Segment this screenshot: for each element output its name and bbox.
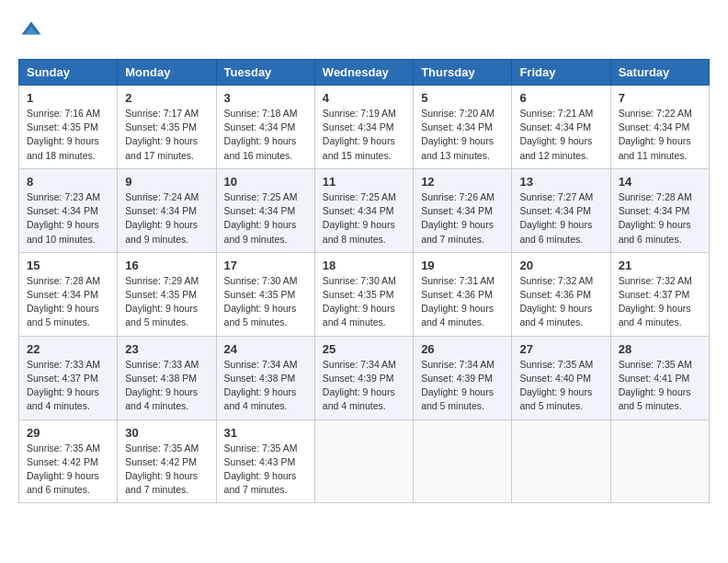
sunrise-label: Sunrise: 7:28 AM (27, 275, 100, 286)
day-number: 4 (323, 91, 405, 105)
day-number: 2 (125, 91, 208, 105)
daylight-label: Daylight: 9 hours and 15 minutes. (323, 135, 395, 160)
day-number: 16 (125, 259, 208, 272)
calendar-cell: 15 Sunrise: 7:28 AM Sunset: 4:34 PM Dayl… (19, 252, 118, 336)
calendar-cell: 12 Sunrise: 7:26 AM Sunset: 4:34 PM Dayl… (414, 168, 512, 252)
day-info: Sunrise: 7:30 AM Sunset: 4:35 PM Dayligh… (323, 274, 405, 330)
calendar-cell: 27 Sunrise: 7:35 AM Sunset: 4:40 PM Dayl… (512, 336, 610, 419)
daylight-label: Daylight: 9 hours and 6 minutes. (27, 470, 99, 495)
daylight-label: Daylight: 9 hours and 4 minutes. (323, 303, 395, 327)
sunset-label: Sunset: 4:35 PM (125, 289, 197, 300)
day-info: Sunrise: 7:35 AM Sunset: 4:43 PM Dayligh… (224, 442, 307, 498)
calendar-week-5: 29 Sunrise: 7:35 AM Sunset: 4:42 PM Dayl… (19, 419, 710, 503)
sunrise-label: Sunrise: 7:25 AM (224, 191, 298, 202)
day-header-sunday: Sunday (19, 60, 118, 86)
calendar-cell: 5 Sunrise: 7:20 AM Sunset: 4:34 PM Dayli… (414, 86, 512, 169)
sunset-label: Sunset: 4:42 PM (125, 456, 197, 467)
day-info: Sunrise: 7:20 AM Sunset: 4:34 PM Dayligh… (421, 107, 504, 163)
daylight-label: Daylight: 9 hours and 13 minutes. (421, 135, 494, 160)
sunset-label: Sunset: 4:34 PM (224, 205, 296, 216)
sunset-label: Sunset: 4:40 PM (519, 373, 591, 384)
sunset-label: Sunset: 4:34 PM (619, 121, 690, 132)
calendar-cell: 20 Sunrise: 7:32 AM Sunset: 4:36 PM Dayl… (512, 252, 610, 336)
logo (18, 18, 48, 44)
day-info: Sunrise: 7:16 AM Sunset: 4:35 PM Dayligh… (27, 107, 109, 163)
day-info: Sunrise: 7:19 AM Sunset: 4:34 PM Dayligh… (323, 107, 405, 163)
daylight-label: Daylight: 9 hours and 4 minutes. (421, 303, 494, 327)
sunrise-label: Sunrise: 7:33 AM (27, 359, 100, 370)
day-number: 5 (421, 91, 504, 105)
sunset-label: Sunset: 4:38 PM (224, 373, 296, 384)
sunrise-label: Sunrise: 7:20 AM (421, 108, 495, 119)
daylight-label: Daylight: 9 hours and 17 minutes. (125, 135, 198, 160)
calendar-cell: 11 Sunrise: 7:25 AM Sunset: 4:34 PM Dayl… (314, 168, 413, 252)
calendar-cell: 30 Sunrise: 7:35 AM Sunset: 4:42 PM Dayl… (118, 419, 216, 503)
sunrise-label: Sunrise: 7:27 AM (519, 191, 593, 202)
sunset-label: Sunset: 4:35 PM (323, 289, 394, 300)
day-number: 27 (519, 342, 602, 356)
day-info: Sunrise: 7:28 AM Sunset: 4:34 PM Dayligh… (27, 274, 109, 330)
day-info: Sunrise: 7:21 AM Sunset: 4:34 PM Dayligh… (519, 107, 602, 163)
day-headers-row: SundayMondayTuesdayWednesdayThursdayFrid… (19, 60, 710, 86)
sunset-label: Sunset: 4:41 PM (619, 373, 690, 384)
day-header-tuesday: Tuesday (216, 60, 314, 86)
sunrise-label: Sunrise: 7:23 AM (27, 191, 100, 202)
day-info: Sunrise: 7:28 AM Sunset: 4:34 PM Dayligh… (619, 190, 701, 247)
calendar-cell: 14 Sunrise: 7:28 AM Sunset: 4:34 PM Dayl… (610, 168, 709, 252)
day-info: Sunrise: 7:34 AM Sunset: 4:38 PM Dayligh… (224, 358, 307, 414)
calendar-cell: 16 Sunrise: 7:29 AM Sunset: 4:35 PM Dayl… (118, 252, 216, 336)
day-number: 25 (323, 342, 405, 356)
sunrise-label: Sunrise: 7:26 AM (421, 191, 495, 202)
sunset-label: Sunset: 4:34 PM (519, 121, 591, 132)
sunset-label: Sunset: 4:34 PM (619, 205, 690, 216)
calendar-body: 1 Sunrise: 7:16 AM Sunset: 4:35 PM Dayli… (19, 86, 710, 503)
sunrise-label: Sunrise: 7:31 AM (421, 275, 495, 286)
day-header-friday: Friday (512, 60, 610, 86)
day-info: Sunrise: 7:35 AM Sunset: 4:41 PM Dayligh… (619, 358, 701, 414)
day-number: 20 (519, 259, 602, 272)
daylight-label: Daylight: 9 hours and 5 minutes. (519, 386, 592, 411)
day-number: 17 (224, 259, 307, 272)
day-number: 1 (27, 91, 109, 105)
daylight-label: Daylight: 9 hours and 12 minutes. (519, 135, 592, 160)
day-number: 7 (619, 91, 701, 105)
day-info: Sunrise: 7:24 AM Sunset: 4:34 PM Dayligh… (125, 190, 208, 247)
day-number: 26 (421, 342, 504, 356)
logo-icon (18, 18, 44, 44)
daylight-label: Daylight: 9 hours and 5 minutes. (125, 303, 198, 327)
day-header-thursday: Thursday (414, 60, 512, 86)
sunset-label: Sunset: 4:35 PM (224, 289, 296, 300)
day-number: 22 (27, 342, 109, 356)
sunrise-label: Sunrise: 7:33 AM (125, 359, 199, 370)
sunset-label: Sunset: 4:34 PM (323, 205, 394, 216)
sunset-label: Sunset: 4:42 PM (27, 456, 98, 467)
day-header-monday: Monday (118, 60, 216, 86)
day-info: Sunrise: 7:18 AM Sunset: 4:34 PM Dayligh… (224, 107, 307, 163)
calendar-cell: 24 Sunrise: 7:34 AM Sunset: 4:38 PM Dayl… (216, 336, 314, 419)
calendar-cell: 21 Sunrise: 7:32 AM Sunset: 4:37 PM Dayl… (610, 252, 709, 336)
sunset-label: Sunset: 4:38 PM (125, 373, 197, 384)
daylight-label: Daylight: 9 hours and 16 minutes. (224, 135, 297, 160)
daylight-label: Daylight: 9 hours and 4 minutes. (224, 386, 297, 411)
calendar-cell: 6 Sunrise: 7:21 AM Sunset: 4:34 PM Dayli… (512, 86, 610, 169)
calendar-cell: 10 Sunrise: 7:25 AM Sunset: 4:34 PM Dayl… (216, 168, 314, 252)
day-number: 3 (224, 91, 307, 105)
sunset-label: Sunset: 4:34 PM (125, 205, 197, 216)
day-number: 8 (27, 175, 109, 189)
daylight-label: Daylight: 9 hours and 7 minutes. (421, 219, 494, 244)
day-number: 15 (27, 259, 109, 272)
calendar-cell: 23 Sunrise: 7:33 AM Sunset: 4:38 PM Dayl… (118, 336, 216, 419)
day-info: Sunrise: 7:30 AM Sunset: 4:35 PM Dayligh… (224, 274, 307, 330)
daylight-label: Daylight: 9 hours and 5 minutes. (224, 303, 297, 327)
calendar-cell: 13 Sunrise: 7:27 AM Sunset: 4:34 PM Dayl… (512, 168, 610, 252)
daylight-label: Daylight: 9 hours and 5 minutes. (421, 386, 494, 411)
sunset-label: Sunset: 4:35 PM (125, 121, 197, 132)
calendar-week-1: 1 Sunrise: 7:16 AM Sunset: 4:35 PM Dayli… (19, 86, 710, 169)
sunrise-label: Sunrise: 7:28 AM (619, 191, 692, 202)
sunset-label: Sunset: 4:39 PM (421, 373, 493, 384)
day-info: Sunrise: 7:34 AM Sunset: 4:39 PM Dayligh… (323, 358, 405, 414)
daylight-label: Daylight: 9 hours and 4 minutes. (519, 303, 592, 327)
day-header-wednesday: Wednesday (314, 60, 413, 86)
day-number: 18 (323, 259, 405, 272)
calendar-cell: 26 Sunrise: 7:34 AM Sunset: 4:39 PM Dayl… (414, 336, 512, 419)
